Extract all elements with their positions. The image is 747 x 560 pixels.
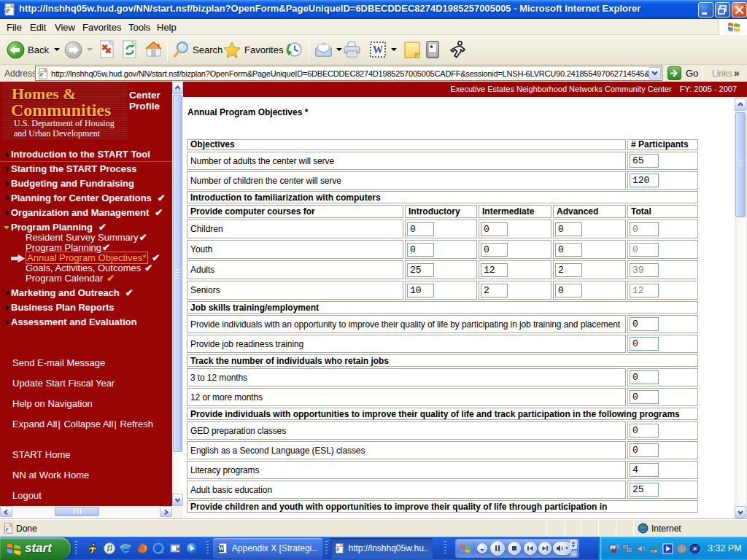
history-button[interactable] [285, 35, 304, 64]
sidebar-link-collapse-all[interactable]: Collapse All [61, 419, 114, 429]
course-count-input[interactable] [555, 284, 582, 298]
minimize-button[interactable] [698, 2, 713, 18]
tray-messenger-icon[interactable] [689, 543, 700, 554]
quicklaunch-aim-icon[interactable] [87, 542, 98, 554]
close-button[interactable] [732, 2, 747, 18]
scroll-up-button[interactable] [735, 98, 746, 111]
course-count-input[interactable] [481, 263, 508, 277]
tray-globe-icon[interactable] [676, 543, 687, 554]
quicklaunch-grip[interactable] [75, 541, 77, 556]
participants-input[interactable] [630, 390, 659, 404]
quicklaunch-itunes-icon[interactable] [104, 542, 115, 554]
quicklaunch-firefox-icon[interactable] [136, 542, 148, 554]
quicklaunch-media-player-icon[interactable] [186, 542, 198, 554]
nav-item-resident-survey-summary[interactable]: Resident Survey Summary✔ [0, 233, 172, 243]
participants-input[interactable] [630, 483, 659, 497]
nav-item-starting-the-start-process[interactable]: Starting the START Process [0, 162, 172, 176]
taskband-grip[interactable] [325, 541, 328, 556]
task-button-ie[interactable]: e http://lnshhq05w.hu... [330, 538, 433, 559]
sidebar-link-nn-at-work-home[interactable]: NN at Work Home [0, 465, 172, 486]
nav-item-assessment-and-evaluation[interactable]: Assessment and Evaluation [0, 315, 172, 330]
menu-edit[interactable]: Edit [30, 22, 46, 33]
course-count-input[interactable] [481, 243, 508, 257]
links-label[interactable]: Links [712, 69, 732, 79]
sidebar-link-start-home[interactable]: START Home [0, 445, 172, 465]
back-button[interactable]: Back [7, 35, 60, 64]
task-button-word[interactable]: W Appendix X [Strategi... [213, 538, 322, 559]
nav-item-marketing-and-outreach[interactable]: Marketing and Outreach✔ [0, 286, 172, 300]
tray-network-offline-icon[interactable] [609, 543, 620, 554]
taskband-grip[interactable] [206, 541, 209, 556]
taskband-grip[interactable] [444, 541, 446, 556]
start-button[interactable]: start [0, 537, 71, 559]
sidebar-link-send-e-mail-message[interactable]: Send E-mail Message [0, 353, 172, 373]
nav-item-goals-activities-outcomes[interactable]: Goals, Activities, Outcomes✔ [0, 263, 172, 273]
participants-input[interactable] [630, 370, 659, 384]
scroll-thumb[interactable] [55, 507, 99, 516]
scroll-down-button[interactable] [172, 494, 183, 506]
wmp-stop-button[interactable] [508, 542, 521, 555]
course-count-input[interactable] [555, 222, 582, 236]
wmp-pause-button[interactable] [490, 541, 505, 556]
search-button[interactable]: Search [172, 35, 222, 64]
links-chevron-icon[interactable]: » [734, 67, 739, 79]
back-dropdown-icon[interactable] [54, 48, 60, 51]
sidebar-horizontal-scrollbar[interactable] [0, 506, 172, 518]
go-button[interactable]: Go [667, 66, 698, 80]
forward-button[interactable] [64, 35, 93, 64]
participants-input[interactable] [630, 174, 659, 187]
nav-item-budgeting-and-fundraising[interactable]: Budgeting and Fundraising [0, 176, 172, 191]
course-count-input[interactable] [407, 284, 434, 298]
scroll-thumb[interactable] [735, 112, 746, 217]
wmp-menu-button[interactable] [477, 543, 487, 553]
course-count-input[interactable] [407, 243, 434, 257]
wmp-band-spinner[interactable] [570, 540, 577, 557]
total-input-readonly[interactable] [630, 284, 659, 298]
sidebar-link-help-on-navigation[interactable]: Help on Navigation [0, 394, 172, 414]
participants-input[interactable] [630, 317, 659, 331]
total-input-readonly[interactable] [630, 243, 659, 257]
participants-input[interactable] [630, 463, 659, 477]
sidebar-link-update-start-fiscal-year[interactable]: Update Start Fiscal Year [0, 373, 172, 394]
participants-input[interactable] [630, 443, 659, 457]
scroll-left-button[interactable] [0, 506, 12, 517]
sidebar-link-logout[interactable]: Logout [0, 486, 172, 506]
course-count-input[interactable] [407, 222, 434, 236]
edit-with-word-button[interactable]: W [369, 35, 397, 64]
menu-help[interactable]: Help [157, 22, 177, 33]
restore-button[interactable] [715, 2, 730, 18]
course-count-input[interactable] [555, 263, 582, 277]
course-count-input[interactable] [555, 243, 582, 257]
favorites-button[interactable]: Favorites [222, 35, 283, 64]
scroll-up-button[interactable] [172, 82, 183, 94]
participants-input[interactable] [630, 154, 659, 168]
mail-dropdown-icon[interactable] [336, 48, 342, 51]
menu-tools[interactable]: Tools [128, 22, 150, 33]
quicklaunch-outlook-icon[interactable] [169, 542, 181, 554]
course-count-input[interactable] [481, 284, 508, 298]
sidebar-link-refresh[interactable]: Refresh [117, 419, 153, 429]
total-input-readonly[interactable] [630, 263, 659, 277]
edit-dropdown-icon[interactable] [391, 48, 397, 51]
quicklaunch-internet-explorer-icon[interactable] [120, 542, 131, 554]
tray-network-icon[interactable] [622, 543, 633, 554]
stop-button[interactable] [99, 35, 116, 64]
address-dropdown-button[interactable] [649, 67, 661, 79]
nav-item-organization-and-management[interactable]: Organization and Management✔ [0, 206, 172, 220]
nav-item-introduction-to-the-start-tool[interactable]: Introduction to the START Tool [0, 147, 172, 162]
address-input[interactable]: e http://lnshhq05w.hud.gov/NN/start.nsf/… [35, 66, 662, 81]
menu-favorites[interactable]: Favorites [82, 22, 121, 33]
course-count-input[interactable] [481, 222, 508, 236]
main-vertical-scrollbar[interactable] [735, 97, 746, 518]
nav-item-program-calendar[interactable]: Program Calendar✔ [0, 273, 172, 284]
menu-view[interactable]: View [55, 22, 75, 33]
sidebar-link-expand-all[interactable]: Expand All [12, 419, 57, 429]
discuss-button[interactable] [403, 35, 421, 64]
home-button[interactable] [144, 35, 163, 64]
tray-safely-remove-hardware-icon[interactable] [649, 543, 660, 554]
wmp-next-button[interactable] [538, 542, 551, 555]
course-count-input[interactable] [407, 263, 434, 277]
research-button[interactable]: * [426, 35, 439, 64]
nav-item-planning-for-center-operations[interactable]: Planning for Center Operations✔ [0, 191, 172, 206]
participants-input[interactable] [630, 337, 659, 351]
